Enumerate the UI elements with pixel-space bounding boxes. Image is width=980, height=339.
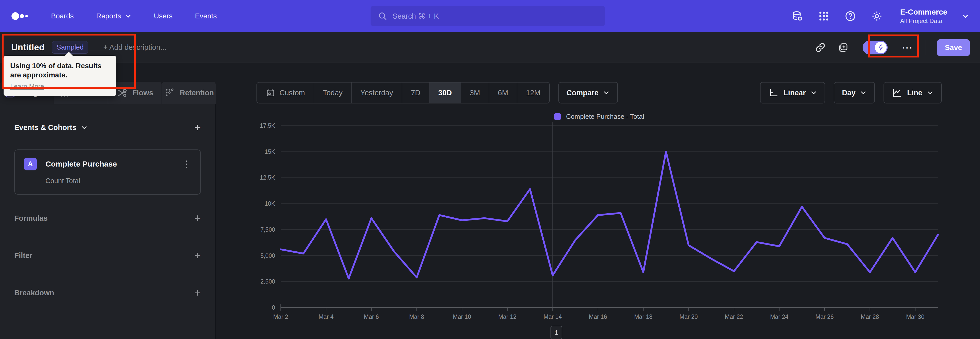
scale-label: Linear	[783, 89, 806, 97]
line-chart[interactable]: 17.5K15K12.5K10K7,5005,0002,5000Mar 2Mar…	[256, 122, 942, 326]
range-yesterday[interactable]: Yesterday	[351, 83, 402, 103]
search-input[interactable]: Search ⌘ + K	[371, 6, 605, 26]
date-range-control: Custom Today Yesterday 7D 30D 3M 6M 12M	[256, 82, 550, 104]
pagination-page-button[interactable]: 1	[550, 326, 562, 339]
chevron-down-icon	[603, 90, 610, 96]
svg-text:Mar 26: Mar 26	[815, 313, 834, 320]
svg-text:Mar 24: Mar 24	[770, 313, 789, 320]
range-12m[interactable]: 12M	[517, 83, 549, 103]
range-custom[interactable]: Custom	[257, 83, 313, 103]
svg-text:Mar 18: Mar 18	[634, 313, 652, 320]
nav-item-label: Reports	[96, 12, 121, 20]
chevron-down-icon	[810, 90, 817, 96]
lightning-bolt-icon	[877, 44, 884, 51]
data-management-icon[interactable]	[791, 10, 803, 22]
nav-item-boards[interactable]: Boards	[51, 12, 74, 20]
chart-toolbar: Custom Today Yesterday 7D 30D 3M 6M 12M …	[256, 82, 942, 104]
chevron-down-icon	[962, 13, 969, 19]
calendar-icon	[266, 88, 275, 98]
svg-text:2,500: 2,500	[260, 278, 275, 285]
range-3m[interactable]: 3M	[461, 83, 489, 103]
svg-text:Mar 16: Mar 16	[589, 313, 607, 320]
compare-button[interactable]: Compare	[558, 82, 618, 104]
search-placeholder: Search ⌘ + K	[393, 12, 439, 21]
chevron-down-icon	[125, 13, 131, 19]
add-event-button[interactable]: +	[194, 123, 201, 132]
range-30d[interactable]: 30D	[429, 83, 460, 103]
scale-select[interactable]: Linear	[760, 82, 825, 104]
apps-grid-icon[interactable]	[818, 10, 830, 22]
nav-item-label: Events	[195, 12, 217, 20]
help-icon[interactable]	[845, 10, 856, 22]
tab-retention[interactable]: Retention	[162, 82, 216, 104]
svg-text:Mar 20: Mar 20	[679, 313, 698, 320]
section-label: Events & Cohorts	[14, 123, 76, 132]
event-kebab-menu[interactable]: ⋮	[182, 158, 191, 170]
project-name: E-Commerce	[900, 8, 947, 16]
chevron-down-icon	[81, 124, 88, 131]
event-card[interactable]: A Complete Purchase ⋮ Count Total	[14, 149, 201, 195]
range-label: 30D	[438, 89, 452, 97]
copy-link-icon[interactable]	[815, 42, 826, 53]
nav-item-events[interactable]: Events	[195, 12, 217, 20]
nav-item-label: Boards	[51, 12, 74, 20]
svg-text:Mar 6: Mar 6	[364, 313, 379, 320]
range-7d[interactable]: 7D	[402, 83, 429, 103]
range-label: Custom	[280, 89, 305, 97]
chart-area: Custom Today Yesterday 7D 30D 3M 6M 12M …	[216, 63, 980, 339]
project-selector[interactable]: E-Commerce All Project Data	[900, 8, 947, 24]
learn-more-link[interactable]: Learn More	[10, 83, 44, 90]
tab-label: Flows	[132, 89, 153, 97]
legend-swatch	[554, 113, 561, 120]
event-metric[interactable]: Count Total	[45, 177, 191, 185]
svg-text:Mar 28: Mar 28	[861, 313, 879, 320]
chevron-down-icon	[927, 90, 934, 96]
divider	[925, 40, 925, 56]
events-cohorts-title[interactable]: Events & Cohorts	[14, 123, 88, 132]
interval-select[interactable]: Day	[834, 82, 875, 104]
section-label: Formulas	[14, 214, 48, 222]
svg-text:Mar 30: Mar 30	[906, 313, 924, 320]
nav-item-label: Users	[154, 12, 172, 20]
top-nav: Boards Reports Users Events Search ⌘ + K	[0, 0, 980, 32]
range-label: 7D	[411, 89, 420, 97]
add-to-board-icon[interactable]	[838, 42, 849, 53]
add-breakdown-button[interactable]: +	[194, 288, 201, 297]
range-6m[interactable]: 6M	[489, 83, 517, 103]
compare-label: Compare	[566, 89, 599, 97]
add-filter-button[interactable]: +	[194, 251, 201, 260]
svg-text:Mar 14: Mar 14	[544, 313, 562, 320]
more-options-button[interactable]: ⋯	[901, 42, 913, 53]
search-icon	[378, 11, 387, 21]
nav-item-users[interactable]: Users	[154, 12, 172, 20]
svg-text:15K: 15K	[265, 149, 275, 155]
range-label: Yesterday	[360, 89, 393, 97]
chart-type-select[interactable]: Line	[883, 82, 942, 104]
svg-text:7,500: 7,500	[260, 226, 275, 233]
content-area: Insights Funnels Flows Re	[0, 63, 980, 339]
settings-gear-icon[interactable]	[871, 10, 883, 22]
sampling-toggle[interactable]	[862, 41, 888, 54]
range-label: Today	[323, 89, 342, 97]
range-label: 3M	[470, 89, 480, 97]
svg-text:Mar 12: Mar 12	[498, 313, 517, 320]
chevron-down-icon	[860, 90, 867, 96]
add-formula-button[interactable]: +	[194, 214, 201, 223]
save-button[interactable]: Save	[937, 39, 970, 56]
chart-legend[interactable]: Complete Purchase - Total	[256, 113, 942, 121]
report-title[interactable]: Untitled	[11, 42, 45, 52]
add-description-button[interactable]: + Add description...	[103, 43, 166, 51]
range-today[interactable]: Today	[313, 83, 351, 103]
formulas-section: Formulas +	[14, 214, 201, 223]
flows-icon	[116, 87, 127, 99]
svg-text:17.5K: 17.5K	[260, 122, 275, 129]
event-name[interactable]: Complete Purchase	[45, 160, 182, 168]
mixpanel-logo-icon[interactable]	[11, 11, 29, 21]
nav-item-reports[interactable]: Reports	[96, 12, 131, 20]
svg-text:10K: 10K	[265, 200, 275, 207]
svg-text:5,000: 5,000	[260, 253, 275, 259]
line-chart-icon	[892, 87, 902, 98]
report-header: Untitled Sampled + Add description... ⋯ …	[0, 32, 980, 63]
query-builder-sidebar: Insights Funnels Flows Re	[0, 63, 216, 339]
project-scope: All Project Data	[900, 18, 947, 24]
